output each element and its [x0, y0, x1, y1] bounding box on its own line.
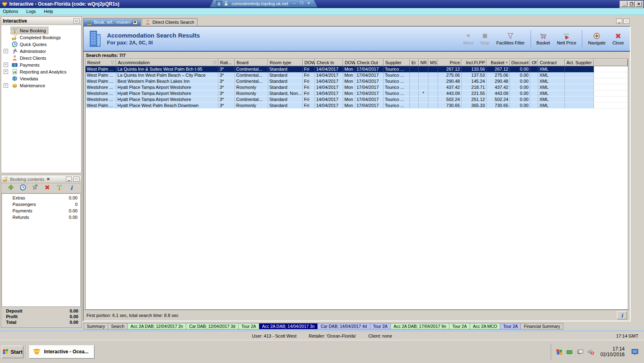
add-button[interactable]	[8, 184, 14, 192]
menu-help[interactable]: Help	[44, 9, 53, 14]
table-row[interactable]: West Palm ...Hyatt Place West Palm Beach…	[86, 103, 628, 109]
expand-icon[interactable]: +	[4, 83, 8, 88]
portion-tab-tour-2a[interactable]: Tour 2A	[370, 323, 391, 329]
table-row[interactable]: West Palm ...Best Western Palm Beach Lak…	[86, 78, 628, 84]
nett-price-button[interactable]: Nett Price	[556, 31, 577, 46]
rdp-restore-button[interactable]: ❒	[299, 1, 304, 6]
sidebar-item-completed-bookings[interactable]: Completed Bookings	[1, 34, 81, 41]
column-header-accommodation[interactable]: Accommodation	[116, 59, 218, 66]
column-header-dow[interactable]: DOW	[343, 59, 355, 66]
sidebar-item-administrator[interactable]: +Administrator	[1, 48, 81, 55]
booking-contents-maximize-button[interactable]: □	[73, 176, 80, 182]
portion-tab-financial-summary[interactable]: Financial Summary	[521, 323, 563, 329]
booking-contents-minimize-button[interactable]: ▁	[66, 176, 72, 182]
quick-quote-button[interactable]	[20, 184, 26, 192]
network-tray-icon[interactable]	[566, 348, 573, 355]
doc-minimize-button[interactable]: ▁	[616, 19, 622, 24]
table-row[interactable]: Westshore ...Hyatt Place Tampa Airport W…	[86, 84, 628, 90]
sidebar-item-quick-quotes[interactable]: Quick Quotes	[1, 41, 81, 48]
sidebar-item-maintenance[interactable]: +Maintenance	[1, 82, 81, 89]
portion-tab-summary[interactable]: Summary	[84, 323, 108, 329]
tab-book-ref-none[interactable]: Book. ref.: <none>✕	[83, 18, 141, 26]
column-header-incl-fl-pp[interactable]: Incl.Fl.PP	[461, 59, 487, 66]
column-header-dow[interactable]: DOW	[303, 59, 315, 66]
tab-close-icon[interactable]: ✕	[133, 20, 138, 25]
column-header-resort[interactable]: Resort	[86, 59, 116, 66]
column-header-supplier[interactable]: Supplier	[384, 59, 410, 66]
portion-tab-tour-2a[interactable]: Tour 2A	[449, 323, 470, 329]
table-row[interactable]: Westshore ...Hyatt Place Tampa Airport W…	[86, 90, 628, 97]
info-icon	[68, 184, 75, 191]
portion-tab-acc-2a-dab-12-04-2017-2n[interactable]: Acc 2A DAB; 12/04/2017 2n	[128, 323, 186, 329]
window-minimize-button[interactable]: _	[621, 2, 627, 7]
taskbar-task-button[interactable]: Interactive - Ocea...	[29, 345, 94, 359]
column-header-rati[interactable]: Rati...	[218, 59, 235, 66]
info-button[interactable]	[68, 184, 75, 192]
window-restore-button[interactable]: ❒	[628, 2, 635, 7]
rdp-connection-tray-icon[interactable]	[577, 348, 584, 355]
close-button[interactable]: Close	[611, 31, 625, 46]
column-header-board[interactable]: Board	[235, 59, 268, 66]
menu-options[interactable]: Options	[3, 9, 18, 14]
column-header-act-supplier[interactable]: Act. Supplier	[565, 59, 594, 66]
sidebar-item-viewdata[interactable]: Viewdata	[1, 75, 81, 82]
column-header-discount[interactable]: Discount	[510, 59, 530, 66]
portion-tab-tour-2a[interactable]: Tour 2A	[500, 323, 521, 329]
start-button[interactable]: Start	[2, 346, 23, 358]
column-header-basket[interactable]: Basket▼	[487, 59, 510, 66]
column-header-room-type[interactable]: Room type	[268, 59, 303, 66]
sidebar-item-reporting-and-analytics[interactable]: +Reporting and Analytics	[1, 68, 81, 75]
delete-button[interactable]	[44, 184, 50, 192]
menu-logs[interactable]: Logs	[26, 9, 36, 14]
portion-tab-acc-2a-dab-17-04-2017-9n[interactable]: Acc 2A DAB; 17/04/2017 9n	[391, 323, 449, 329]
booking-contents-row-passengers[interactable]: Passengers0	[2, 202, 80, 208]
table-row[interactable]: Westshore ...Hyatt Place Tampa Airport W…	[86, 97, 628, 103]
expand-icon[interactable]: +	[4, 69, 8, 74]
column-header-check-out[interactable]: Check Out	[355, 59, 384, 66]
doc-maximize-button[interactable]: □	[623, 19, 629, 24]
sidebar-item-new-booking[interactable]: New Booking	[1, 27, 81, 34]
panel-collapse-button[interactable]: ▭	[73, 18, 80, 23]
portion-tab-car-dab-12-04-2017-3d[interactable]: Car DAB; 12/04/2017 3d	[186, 323, 238, 329]
column-header-price[interactable]: Price	[438, 59, 461, 66]
portion-tab-acc-2a-mco[interactable]: Acc 2A MCO	[470, 323, 500, 329]
column-header-check-in[interactable]: Check In	[315, 59, 343, 66]
expand-icon[interactable]: +	[4, 63, 8, 67]
rdp-pin-button[interactable]	[216, 1, 222, 6]
table-row[interactable]: West Palm ...La Quinta Inn & Suites West…	[86, 66, 628, 72]
cell-contract: XML	[538, 66, 565, 72]
sidebar-item-direct-clients[interactable]: Direct Clients	[1, 55, 81, 61]
basket-button[interactable]: Basket	[535, 31, 552, 46]
rdp-close-button[interactable]: ✕	[306, 1, 311, 6]
sidebar-item-payments[interactable]: +Payments	[1, 61, 81, 68]
column-header-er[interactable]: Er	[410, 59, 419, 66]
navigate-button[interactable]: Navigate	[587, 31, 606, 46]
portion-tab-search[interactable]: Search	[108, 323, 128, 329]
column-header-contract[interactable]: Contract	[538, 59, 565, 66]
tab-direct-clients-search[interactable]: Direct Clients Search	[142, 18, 197, 26]
portion-tab-car-dab-14-04-2017-4d[interactable]: Car DAB; 14/04/2017 4d	[318, 323, 370, 329]
info-button[interactable]: i	[617, 311, 627, 319]
expand-icon[interactable]: +	[4, 49, 8, 53]
column-header-of[interactable]: Of	[530, 59, 538, 66]
cell-basket: 290.48	[487, 78, 510, 84]
move-to-basket-button[interactable]	[32, 184, 38, 192]
portion-tab-tour-2a[interactable]: Tour 2A	[239, 323, 259, 329]
portion-tab-acc-2a-dab-14-04-2017-3n[interactable]: Acc 2A DAB; 14/04/2017 3n	[259, 323, 318, 329]
rdp-minimize-button[interactable]: ─	[292, 1, 297, 6]
booking-contents-row-payments[interactable]: Payments0.00	[2, 208, 80, 215]
booking-contents-row-refunds[interactable]: Refunds0.00	[2, 215, 80, 221]
booking-contents-close-icon[interactable]: ✕	[46, 177, 50, 182]
booking-contents-row-extras[interactable]: Extras0.00	[2, 195, 80, 202]
palm-tree-button[interactable]	[56, 184, 63, 192]
window-close-button[interactable]: ✕	[636, 2, 642, 7]
column-header-label: DOW	[304, 60, 315, 65]
volume-muted-tray-icon[interactable]	[587, 348, 594, 355]
table-row[interactable]: West Palm ...La Quinta Inn West Palm Bea…	[86, 72, 628, 78]
column-header-nr[interactable]: NR	[419, 59, 428, 66]
show-desktop-icon[interactable]	[631, 348, 638, 355]
facilities-filter-button[interactable]: Facilities Filter	[495, 31, 526, 46]
taskbar-clock[interactable]: 17:14 02/10/2016	[600, 346, 625, 357]
security-tray-icon[interactable]	[556, 348, 563, 355]
column-header-ms[interactable]: MS	[428, 59, 438, 66]
